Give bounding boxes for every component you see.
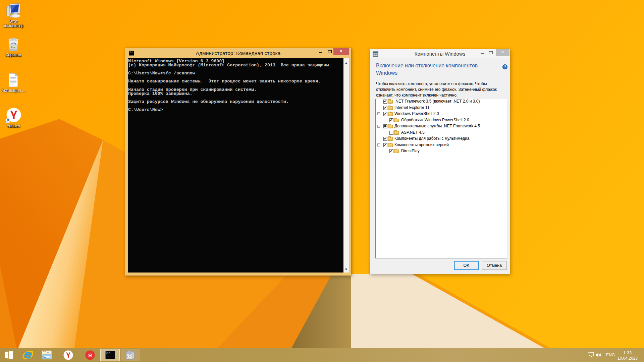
- svg-text:?: ?: [504, 65, 506, 69]
- svg-text:C:\: C:\: [106, 352, 111, 355]
- svg-text:Я: Я: [88, 352, 92, 358]
